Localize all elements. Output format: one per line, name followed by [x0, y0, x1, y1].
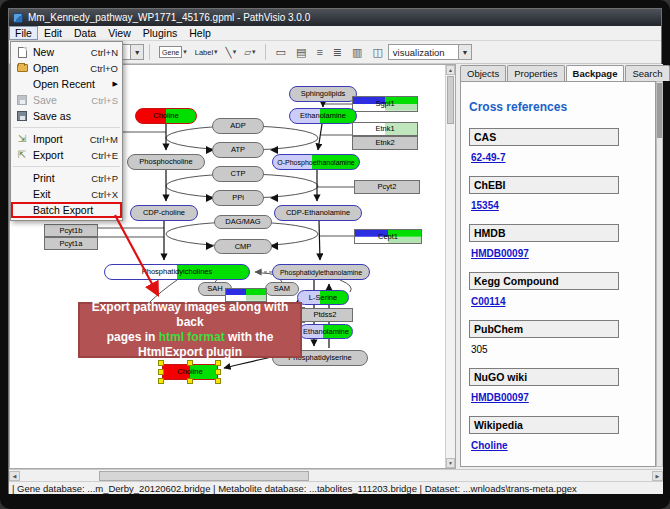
node-metabolite[interactable]: Phosphatidylcholines: [104, 264, 250, 280]
open-folder-icon: [14, 64, 30, 72]
xref-link[interactable]: 15354: [471, 200, 655, 211]
xref-link[interactable]: Choline: [471, 440, 655, 451]
visualization-combobox[interactable]: visualization ▼: [388, 44, 472, 60]
title-bar[interactable]: Mm_Kennedy_pathway_WP1771_45176.gpml - P…: [9, 9, 661, 26]
node-gene[interactable]: Ptdss2: [297, 308, 353, 322]
submenu-arrow-icon: ▶: [113, 80, 118, 88]
visualization-dropdown-icon[interactable]: ▼: [458, 45, 471, 59]
shape-tool-button[interactable]: ▱ ▾: [241, 45, 258, 59]
canvas-vertical-scrollbar[interactable]: ▲ ▼: [445, 65, 455, 468]
node-gene[interactable]: Pcyt1a: [44, 237, 98, 250]
xref-link[interactable]: HMDB00097: [471, 248, 655, 259]
add-gene-button[interactable]: Gene ▾: [156, 44, 190, 60]
status-text: | Gene database: ...m_Derby_20120602.bri…: [12, 483, 577, 494]
canvas-horizontal-scrollbar[interactable]: ◀ ▶: [9, 469, 663, 481]
xref-link[interactable]: C00114: [471, 296, 655, 307]
center-icon[interactable]: ▤: [296, 46, 306, 59]
line-tool-button[interactable]: ╲ ▾: [223, 45, 240, 60]
menu-item-export[interactable]: ⇱ ExportCtrl+E: [11, 147, 122, 163]
gene-dropdown-icon[interactable]: ▾: [183, 48, 187, 56]
distribute-vertical-icon[interactable]: ≣: [333, 46, 342, 59]
node-metabolite[interactable]: Phosphatidylethanolamine: [272, 264, 370, 280]
node-metabolite[interactable]: ADP: [212, 118, 264, 134]
shape-dropdown-icon[interactable]: ▾: [252, 48, 256, 56]
scrollbar-thumb[interactable]: [447, 76, 454, 124]
xref-title: HMDB: [469, 224, 619, 242]
menu-item-new[interactable]: NewCtrl+N: [11, 44, 122, 60]
xref-link[interactable]: HMDB00097: [471, 392, 655, 403]
node-gene[interactable]: Pcyt2: [354, 180, 420, 194]
node-gene[interactable]: Sgpl1: [352, 96, 418, 112]
scrollbar-thumb[interactable]: [657, 83, 662, 138]
node-metabolite[interactable]: DAG/MAG: [214, 215, 272, 229]
scroll-right-icon[interactable]: ▶: [652, 471, 663, 481]
common-size-icon[interactable]: ◫: [372, 46, 382, 59]
distribute-horizontal-icon[interactable]: ≡: [316, 46, 322, 58]
menu-view[interactable]: View: [102, 26, 137, 40]
line-dropdown-icon[interactable]: ▾: [233, 48, 237, 56]
menu-file[interactable]: File: [9, 26, 38, 40]
menu-edit[interactable]: Edit: [38, 26, 68, 40]
node-metabolite[interactable]: L-Serine: [297, 290, 349, 305]
node-gene[interactable]: Pcyt1b: [44, 224, 98, 237]
menu-item-batch-export[interactable]: Batch Export: [11, 202, 122, 218]
xref-link[interactable]: 62-49-7: [471, 152, 655, 163]
menu-plugins[interactable]: Plugins: [137, 26, 183, 40]
menu-item-print[interactable]: PrintCtrl+P: [11, 170, 122, 186]
menu-separator: [13, 127, 120, 128]
xref-section: HMDB HMDB00097: [469, 224, 655, 259]
selection-handle[interactable]: [158, 378, 164, 384]
annotation-callout: Export pathway images along with back pa…: [78, 302, 302, 358]
menu-item-open-recent[interactable]: Open Recent▶: [11, 76, 122, 92]
menu-item-open[interactable]: OpenCtrl+O: [11, 60, 122, 76]
selection-handle[interactable]: [158, 360, 164, 366]
cross-references-heading: Cross references: [469, 100, 655, 114]
node-metabolite[interactable]: Sphingolipids: [289, 86, 357, 102]
menu-help[interactable]: Help: [183, 26, 217, 40]
node-metabolite[interactable]: ATP: [212, 142, 264, 158]
node-gene[interactable]: Cept1: [354, 229, 422, 244]
selection-handle[interactable]: [215, 360, 221, 366]
node-metabolite[interactable]: Ethanolamine: [299, 324, 353, 339]
scroll-down-icon[interactable]: ▼: [446, 458, 455, 468]
xref-title: Wikipedia: [469, 416, 619, 434]
selection-handle[interactable]: [187, 378, 193, 384]
node-metabolite[interactable]: Phosphocholine: [127, 154, 205, 170]
align-icon[interactable]: ▭: [276, 46, 286, 59]
xref-section: PubChem 305: [469, 320, 655, 355]
scroll-up-icon[interactable]: ▲: [446, 65, 455, 75]
tab-properties[interactable]: Properties: [507, 65, 564, 81]
node-metabolite[interactable]: CDP-choline: [130, 205, 198, 221]
selection-handle[interactable]: [215, 378, 221, 384]
tab-objects[interactable]: Objects: [460, 65, 506, 81]
add-label-button[interactable]: Label ▾: [192, 46, 221, 59]
node-metabolite[interactable]: O-Phosphoethanolamine: [272, 154, 360, 170]
node-metabolite[interactable]: CDP-Ethanolamine: [274, 205, 362, 221]
menu-data[interactable]: Data: [68, 26, 102, 40]
node-metabolite[interactable]: PPi: [212, 190, 264, 206]
menu-item-save-as[interactable]: Save as: [11, 108, 122, 124]
screenshot-frame: Mm_Kennedy_pathway_WP1771_45176.gpml - P…: [0, 0, 670, 509]
selection-handle[interactable]: [158, 369, 164, 375]
menu-item-import[interactable]: ⇲ ImportCtrl+M: [11, 131, 122, 147]
tab-backpage[interactable]: Backpage: [566, 65, 625, 81]
node-metabolite[interactable]: Ethanolamine: [289, 108, 357, 124]
tab-search[interactable]: Search: [625, 65, 669, 81]
node-metabolite[interactable]: CMP: [214, 239, 272, 254]
node-metabolite[interactable]: Choline: [135, 108, 197, 124]
node-metabolite[interactable]: CTP: [212, 166, 264, 182]
panel-vertical-scrollbar[interactable]: [656, 81, 663, 467]
selection-handle[interactable]: [187, 360, 193, 366]
zoom-dropdown-icon[interactable]: ▼: [130, 45, 143, 59]
toolbar-separator: [149, 44, 150, 60]
node-metabolite[interactable]: SAM: [265, 282, 299, 296]
scrollbar-thumb[interactable]: [99, 471, 309, 481]
menu-item-exit[interactable]: ExitCtrl+X: [11, 186, 122, 202]
stack-icon[interactable]: ▥: [352, 46, 362, 59]
xref-section: Wikipedia Choline: [469, 416, 655, 451]
node-gene[interactable]: Etnk2: [352, 136, 418, 150]
selection-handle[interactable]: [215, 369, 221, 375]
scroll-left-icon[interactable]: ◀: [9, 471, 20, 481]
node-gene[interactable]: Etnk1: [352, 122, 418, 136]
label-dropdown-icon[interactable]: ▾: [214, 48, 218, 56]
